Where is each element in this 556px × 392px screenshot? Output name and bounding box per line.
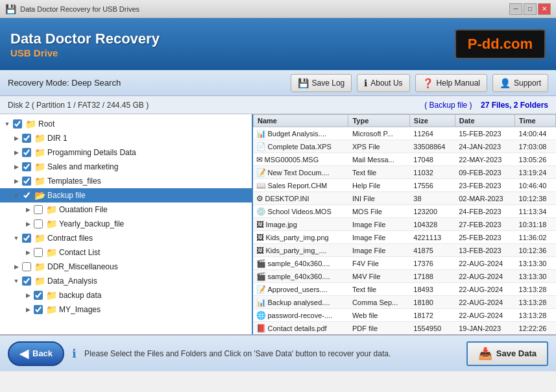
- tree-checkbox[interactable]: [34, 305, 43, 314]
- file-type-icon: 🎬: [256, 272, 266, 281]
- tree-expander-icon[interactable]: ▶: [23, 205, 32, 214]
- col-name: Name: [254, 115, 348, 127]
- table-row[interactable]: ✉MSG00005.MSGMail Messa...1704822-MAY-20…: [254, 153, 556, 166]
- tree-item[interactable]: ▶📁MY_Images: [0, 302, 252, 317]
- tree-expander-icon[interactable]: ▶: [12, 134, 21, 143]
- tree-item[interactable]: ▶📁Progamming Details Data: [0, 145, 252, 160]
- tree-checkbox[interactable]: [22, 191, 31, 200]
- file-date: 22-AUG-2024: [455, 270, 514, 283]
- header: Data Doctor Recovery USB Drive P-dd.com: [0, 18, 556, 70]
- tree-item[interactable]: ▼📂Backup file: [0, 188, 252, 202]
- file-date: 22-AUG-2024: [455, 309, 514, 322]
- file-size: 38: [409, 192, 455, 205]
- tree-item[interactable]: ▶📁DIR 1: [0, 131, 252, 145]
- tree-item[interactable]: ▼📁Contract files: [0, 231, 252, 245]
- table-row[interactable]: ⚙DESKTOP.INIINI File3802-MAR-202310:12:3…: [254, 192, 556, 205]
- tree-checkbox[interactable]: [34, 291, 43, 300]
- file-type: PDF file: [348, 322, 409, 335]
- tree-item-label: Root: [38, 119, 54, 129]
- mode-label: Recovery Mode: Deep Search: [8, 78, 285, 88]
- file-scroll[interactable]: Name Type Size Date Time 📊Budget Analysi…: [253, 114, 556, 334]
- support-button[interactable]: 👤 Support: [492, 74, 548, 92]
- tree-checkbox[interactable]: [22, 148, 31, 157]
- col-size: Size: [409, 115, 455, 127]
- tree-item[interactable]: ▶📁DDR_Miscellaneous: [0, 260, 252, 274]
- help-manual-button[interactable]: ❓ Help Manual: [415, 74, 487, 92]
- tree-expander-icon[interactable]: ▶: [23, 219, 32, 228]
- table-row[interactable]: 📊Budget Analysis....Microsoft P...112641…: [254, 127, 556, 140]
- tree-checkbox[interactable]: [22, 234, 31, 243]
- tree-checkbox[interactable]: [34, 219, 43, 228]
- table-row[interactable]: 📊Backup analysed....Comma Sep...1818022-…: [254, 296, 556, 309]
- file-panel: Name Type Size Date Time 📊Budget Analysi…: [253, 114, 556, 334]
- tree-checkbox[interactable]: [22, 262, 31, 271]
- title-text: Data Doctor Recovery for USB Drives: [20, 5, 509, 13]
- back-button[interactable]: ◀ Back: [8, 341, 64, 366]
- folder-icon: 📁: [34, 233, 45, 243]
- table-row[interactable]: 🌐password-recove-....Web file1817222-AUG…: [254, 309, 556, 322]
- tree-checkbox[interactable]: [22, 177, 31, 186]
- table-row[interactable]: 📕Contact details.pdfPDF file155495019-JA…: [254, 322, 556, 335]
- file-name: Contact details.pdf: [268, 325, 327, 332]
- tree-item[interactable]: ▶📁Yearly_backup_file: [0, 217, 252, 231]
- minimize-button[interactable]: ─: [509, 3, 522, 15]
- file-size: 33508864: [409, 140, 455, 153]
- file-type-icon: 📝: [256, 168, 266, 177]
- tree-expander-icon[interactable]: ▶: [12, 262, 21, 271]
- file-date: 19-JAN-2023: [455, 322, 514, 335]
- col-time: Time: [515, 115, 556, 127]
- table-row[interactable]: 🖼Kids_party_img.pngImage File422111325-F…: [254, 231, 556, 244]
- tree-item[interactable]: ▶📁Contact List: [0, 245, 252, 260]
- tree-expander-icon[interactable]: ▶: [12, 148, 21, 157]
- file-type: Image File: [348, 231, 409, 244]
- tree-checkbox[interactable]: [22, 276, 31, 286]
- file-size: 17376: [409, 257, 455, 270]
- table-row[interactable]: 🎬sample_640x360....M4V File1718822-AUG-2…: [254, 270, 556, 283]
- tree-expander-icon[interactable]: ▶: [23, 248, 32, 257]
- tree-expander-icon[interactable]: ▼: [12, 234, 21, 243]
- tree-panel[interactable]: ▼📁Root▶📁DIR 1▶📁Progamming Details Data▶📁…: [0, 114, 253, 334]
- tree-checkbox[interactable]: [34, 205, 43, 214]
- tree-checkbox[interactable]: [22, 162, 31, 171]
- table-row[interactable]: 🖼Image.jpgImage File10432827-FEB-202310:…: [254, 218, 556, 231]
- tree-item-label: Contract files: [47, 234, 93, 243]
- folder-icon: 📁: [34, 176, 45, 186]
- tree-checkbox[interactable]: [13, 119, 22, 129]
- tree-checkbox[interactable]: [34, 248, 43, 257]
- backup-label: ( Backup file ): [424, 101, 472, 110]
- tree-expander-icon[interactable]: ▶: [12, 162, 21, 171]
- tree-item[interactable]: ▼📁Data_Analysis: [0, 274, 252, 288]
- file-date: 24-FEB-2023: [455, 205, 514, 218]
- table-row[interactable]: 📝Approved_users....Text file1849322-AUG-…: [254, 283, 556, 296]
- close-button[interactable]: ✕: [538, 3, 551, 15]
- maximize-button[interactable]: □: [524, 3, 537, 15]
- file-time: 13:05:26: [515, 153, 556, 166]
- tree-item[interactable]: ▶📁backup data: [0, 288, 252, 302]
- tree-item[interactable]: ▶📁Templates_files: [0, 174, 252, 188]
- tree-expander-icon[interactable]: ▶: [12, 177, 21, 186]
- footer: ◀ Back ℹ Please Select the Files and Fol…: [0, 335, 556, 371]
- table-row[interactable]: 📖Sales Report.CHMHelp File1755623-FEB-20…: [254, 179, 556, 192]
- about-us-button[interactable]: ℹ About Us: [357, 74, 409, 92]
- save-log-button[interactable]: 💾 Save Log: [291, 74, 352, 92]
- tree-expander-icon[interactable]: ▶: [23, 305, 32, 314]
- save-data-button[interactable]: 📥 Save Data: [466, 341, 548, 366]
- tree-expander-icon[interactable]: ▶: [23, 291, 32, 300]
- tree-expander-icon[interactable]: ▼: [12, 191, 21, 200]
- tree-expander-icon[interactable]: ▼: [3, 119, 12, 129]
- tree-expander-icon[interactable]: ▼: [12, 276, 21, 286]
- tree-checkbox[interactable]: [22, 134, 31, 143]
- tree-item[interactable]: ▶📁Ouatation File: [0, 202, 252, 217]
- table-row[interactable]: 🖼Kids_party_img_....Image File4187513-FE…: [254, 244, 556, 257]
- table-row[interactable]: 📝New Text Docum....Text file1103209-FEB-…: [254, 166, 556, 179]
- tree-item[interactable]: ▼📁Root: [0, 117, 252, 131]
- table-row[interactable]: 🎬sample_640x360....F4V File1737622-AUG-2…: [254, 257, 556, 270]
- table-row[interactable]: 📄Complete Data.XPSXPS File3350886424-JAN…: [254, 140, 556, 153]
- folder-icon: 📁: [46, 219, 57, 229]
- file-date: 27-FEB-2023: [455, 218, 514, 231]
- folder-icon: 📁: [34, 276, 45, 286]
- table-row[interactable]: 💿School Videos.MOSMOS File12320024-FEB-2…: [254, 205, 556, 218]
- file-type: M4V File: [348, 270, 409, 283]
- tree-item[interactable]: ▶📁Sales and marketing: [0, 160, 252, 174]
- file-time: 10:12:36: [515, 244, 556, 257]
